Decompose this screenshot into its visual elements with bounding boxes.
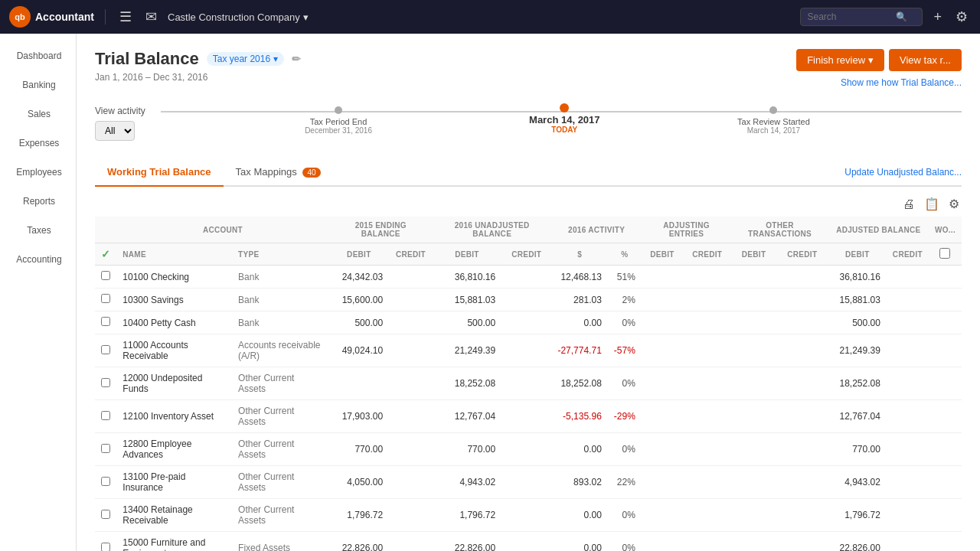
- row-checkbox-2[interactable]: [101, 317, 110, 326]
- settings-icon[interactable]: ⚙: [952, 5, 971, 28]
- row-oth-debit-7: [731, 466, 776, 499]
- menu-icon[interactable]: ☰: [116, 5, 135, 28]
- sidebar-item-taxes[interactable]: Taxes: [0, 216, 76, 245]
- activity-filter-select[interactable]: All: [95, 121, 135, 141]
- row-checkbox-1[interactable]: [101, 294, 110, 303]
- sidebar-item-dashboard[interactable]: Dashboard: [0, 41, 76, 70]
- tab-tax-mappings[interactable]: Tax Mappings 40: [224, 158, 333, 187]
- timeline-label-2: March 14, 2017: [529, 114, 600, 126]
- row-unadj-debit-4: 18,252.08: [433, 367, 501, 400]
- col-header-2015-debit: Debit: [329, 243, 389, 266]
- update-unadjusted-button[interactable]: Update Unadjusted Balanc...: [844, 161, 962, 184]
- row-act-dollar-2: 0.00: [551, 311, 607, 334]
- sidebar-item-accounting[interactable]: Accounting: [0, 245, 76, 274]
- row-unadj-debit-0: 36,810.16: [433, 266, 501, 289]
- show-me-link[interactable]: Show me how Trial Balance...: [841, 77, 962, 88]
- sidebar-item-employees[interactable]: Employees: [0, 158, 76, 187]
- view-tax-button[interactable]: View tax r...: [889, 49, 962, 71]
- row-adjbal-debit-6: 770.00: [828, 433, 887, 466]
- table-row: 13400 Retainage Receivable Other Current…: [95, 499, 962, 532]
- print-icon[interactable]: 🖨: [900, 195, 917, 214]
- row-act-dollar-1: 281.03: [551, 289, 607, 311]
- search-input[interactable]: [807, 11, 891, 22]
- row-act-pct-5: -29%: [608, 400, 642, 433]
- tax-year-badge[interactable]: Tax year 2016 ▾: [207, 52, 284, 66]
- app-name: Accountant: [35, 11, 94, 23]
- col-checkbox: [95, 217, 116, 243]
- main-content: Trial Balance Tax year 2016 ▾ ✏ Jan 1, 2…: [77, 34, 980, 551]
- row-oth-credit-1: [776, 289, 828, 311]
- row-checkbox-0[interactable]: [101, 271, 110, 280]
- row-checkbox-cell[interactable]: [95, 532, 116, 552]
- timeline-section: View activity All Tax Period End Decembe…: [95, 100, 962, 146]
- row-checkbox-8[interactable]: [101, 510, 110, 519]
- add-icon[interactable]: +: [930, 6, 945, 28]
- row-oth-debit-4: [731, 367, 776, 400]
- row-checkbox-9[interactable]: [101, 543, 110, 552]
- row-checkbox-cell[interactable]: [95, 311, 116, 334]
- row-checkbox-cell[interactable]: [95, 266, 116, 289]
- date-range: Jan 1, 2016 – Dec 31, 2016: [95, 72, 301, 83]
- row-adj-debit-5: [642, 400, 683, 433]
- row-adjbal-debit-7: 4,943.02: [828, 466, 887, 499]
- export-icon[interactable]: 📋: [922, 194, 942, 214]
- finish-review-label: Finish review: [807, 54, 865, 66]
- activity-filter[interactable]: All: [95, 121, 145, 141]
- company-name: Castle Construction Company: [168, 11, 300, 23]
- row-act-pct-6: 0%: [608, 433, 642, 466]
- row-checkbox-cell[interactable]: [95, 466, 116, 499]
- company-selector[interactable]: Castle Construction Company ▾: [168, 11, 309, 23]
- row-act-pct-4: 0%: [608, 367, 642, 400]
- row-checkbox-7[interactable]: [101, 477, 110, 486]
- row-adj-credit-1: [683, 289, 731, 311]
- row-checkbox-cell[interactable]: [95, 400, 116, 433]
- sidebar-item-reports[interactable]: Reports: [0, 187, 76, 216]
- row-type-5: Other Current Assets: [232, 400, 329, 433]
- sidebar-item-sales[interactable]: Sales: [0, 99, 76, 129]
- row-2015-credit-2: [389, 311, 433, 334]
- row-checkbox-cell[interactable]: [95, 433, 116, 466]
- row-adj-debit-2: [642, 311, 683, 334]
- col-header-adjbal-debit: Debit: [828, 243, 887, 266]
- tab-badge: 40: [302, 168, 320, 178]
- row-adjbal-credit-4: [887, 367, 929, 400]
- logo-icon: qb: [9, 6, 31, 28]
- row-type-1: Bank: [232, 289, 329, 311]
- row-checkbox-cell[interactable]: [95, 334, 116, 367]
- row-2015-credit-9: [389, 532, 433, 552]
- row-adj-credit-9: [683, 532, 731, 552]
- row-checkbox-6[interactable]: [101, 444, 110, 453]
- settings-table-icon[interactable]: ⚙: [946, 194, 962, 214]
- row-adjbal-debit-3: 21,249.39: [828, 334, 887, 367]
- nav-divider: [105, 9, 106, 24]
- finish-review-button[interactable]: Finish review ▾: [796, 49, 884, 71]
- wo-checkbox[interactable]: [939, 248, 950, 259]
- row-checkbox-cell[interactable]: [95, 367, 116, 400]
- row-checkbox-5[interactable]: [101, 411, 110, 420]
- sidebar-item-banking[interactable]: Banking: [0, 70, 76, 99]
- col-header-check: ✓: [95, 243, 116, 266]
- row-adjbal-credit-5: [887, 400, 929, 433]
- row-act-dollar-4: 18,252.08: [551, 367, 607, 400]
- row-unadj-credit-2: [501, 311, 551, 334]
- app-logo[interactable]: qb Accountant: [9, 6, 94, 28]
- row-checkbox-4[interactable]: [101, 378, 110, 387]
- row-wo-6: [929, 433, 962, 466]
- row-checkbox-3[interactable]: [101, 345, 110, 354]
- row-checkbox-cell[interactable]: [95, 499, 116, 532]
- row-wo-9: [929, 532, 962, 552]
- col-header-act-dollar: $: [551, 243, 607, 266]
- search-box[interactable]: 🔍: [800, 8, 923, 26]
- row-unadj-debit-5: 12,767.04: [433, 400, 501, 433]
- page-title: Trial Balance: [95, 49, 199, 69]
- row-wo-0: [929, 266, 962, 289]
- tab-working-trial-balance[interactable]: Working Trial Balance: [95, 158, 224, 187]
- col-header-adjbal-credit: Credit: [887, 243, 929, 266]
- sidebar-item-expenses[interactable]: Expenses: [0, 129, 76, 158]
- row-checkbox-cell[interactable]: [95, 289, 116, 311]
- check-all-icon[interactable]: ✓: [101, 248, 110, 260]
- col-header-type: Type: [232, 243, 329, 266]
- col-group-adj: ADJUSTING ENTRIES: [642, 217, 731, 243]
- envelope-icon[interactable]: ✉: [142, 5, 160, 28]
- edit-icon[interactable]: ✏: [292, 53, 301, 65]
